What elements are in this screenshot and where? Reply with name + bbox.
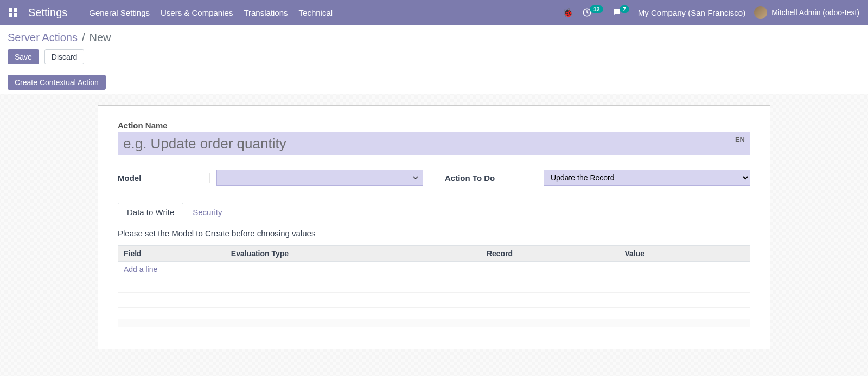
translate-badge[interactable]: EN bbox=[735, 135, 745, 144]
chevron-down-icon bbox=[413, 175, 418, 180]
action-to-do-label: Action To Do bbox=[445, 173, 537, 183]
action-name-input[interactable] bbox=[118, 132, 750, 155]
fields-lines-table: Field Evaluation Type Record Value Add a… bbox=[118, 245, 750, 308]
col-eval-type: Evaluation Type bbox=[226, 246, 481, 262]
create-contextual-action-button[interactable]: Create Contextual Action bbox=[8, 75, 106, 90]
apps-icon[interactable] bbox=[9, 8, 17, 17]
chat-count-badge: 7 bbox=[620, 5, 629, 13]
action-to-do-select[interactable]: Update the Record bbox=[544, 170, 750, 186]
action-name-field-wrapper: EN bbox=[118, 132, 750, 155]
control-panel: Server Actions / New Save Discard bbox=[0, 25, 868, 70]
model-label: Model bbox=[118, 173, 210, 183]
statusbar: Create Contextual Action bbox=[0, 70, 868, 94]
form-view-background: Action Name EN Model Action To Do Update… bbox=[0, 94, 868, 376]
company-switcher[interactable]: My Company (San Francisco) bbox=[638, 8, 745, 17]
bug-icon[interactable]: 🐞 bbox=[563, 8, 573, 18]
form-sheet: Action Name EN Model Action To Do Update… bbox=[98, 105, 770, 349]
model-input[interactable] bbox=[216, 170, 423, 186]
breadcrumb: Server Actions / New bbox=[8, 31, 860, 44]
menu-users-companies[interactable]: Users & Companies bbox=[161, 8, 233, 17]
discard-button[interactable]: Discard bbox=[44, 49, 84, 64]
tab-data-to-write[interactable]: Data to Write bbox=[118, 203, 183, 221]
save-button[interactable]: Save bbox=[8, 49, 39, 64]
breadcrumb-parent[interactable]: Server Actions bbox=[8, 31, 78, 44]
table-footer bbox=[118, 319, 750, 327]
col-record: Record bbox=[481, 246, 619, 262]
menu-technical[interactable]: Technical bbox=[299, 8, 333, 17]
add-a-line-link[interactable]: Add a line bbox=[124, 265, 157, 274]
table-row: Add a line bbox=[118, 262, 750, 277]
table-row bbox=[118, 293, 750, 308]
user-name: Mitchell Admin (odoo-test) bbox=[771, 8, 859, 17]
app-title: Settings bbox=[28, 7, 67, 19]
menu-general-settings[interactable]: General Settings bbox=[89, 8, 150, 17]
menu-translations[interactable]: Translations bbox=[244, 8, 288, 17]
col-value: Value bbox=[619, 246, 733, 262]
activity-indicator[interactable]: 12 bbox=[582, 8, 603, 17]
action-name-label: Action Name bbox=[118, 121, 750, 130]
user-menu[interactable]: Mitchell Admin (odoo-test) bbox=[754, 6, 859, 19]
table-row bbox=[118, 277, 750, 293]
main-menu: General Settings Users & Companies Trans… bbox=[89, 8, 333, 17]
breadcrumb-current: New bbox=[90, 31, 111, 44]
notebook-tabs: Data to Write Security bbox=[118, 202, 750, 221]
model-hint-text: Please set the Model to Create before ch… bbox=[118, 221, 750, 245]
breadcrumb-separator: / bbox=[82, 31, 85, 44]
col-actions bbox=[734, 246, 750, 262]
top-navbar: Settings General Settings Users & Compan… bbox=[0, 0, 868, 25]
avatar bbox=[754, 6, 767, 19]
col-field: Field bbox=[118, 246, 226, 262]
messaging-indicator[interactable]: 7 bbox=[612, 8, 629, 17]
activity-count-badge: 12 bbox=[590, 5, 603, 13]
tab-security[interactable]: Security bbox=[183, 203, 231, 221]
